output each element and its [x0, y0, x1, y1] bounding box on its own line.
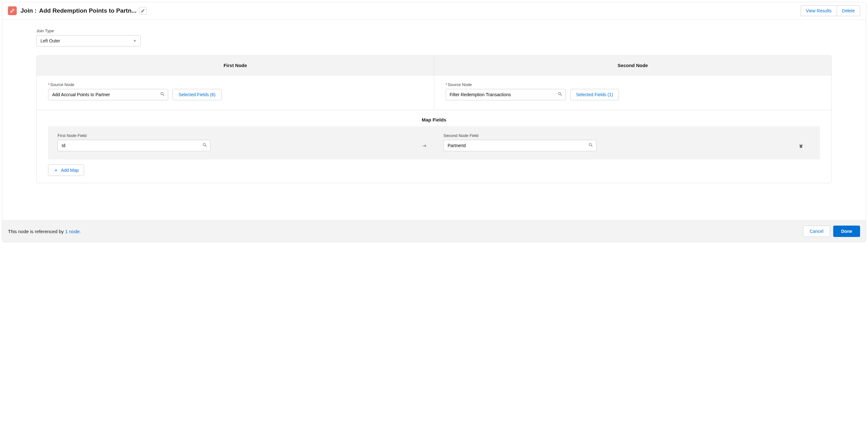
header-actions: View Results Delete	[801, 5, 860, 16]
join-type-value: Left Outer	[40, 38, 60, 44]
first-selected-fields-button[interactable]: Selected Fields (6)	[173, 89, 222, 100]
first-node-header: First Node	[37, 56, 434, 75]
join-type-select[interactable]: Left Outer ▼	[36, 35, 141, 47]
first-source-input[interactable]	[48, 89, 168, 100]
nodes-grid: First Node *Source Node Selected Fields …	[36, 55, 832, 183]
second-node-field-lookup[interactable]	[443, 140, 596, 151]
map-fields-title: Map Fields	[37, 110, 831, 126]
title-name: Add Redemption Points to Partn...	[39, 7, 136, 14]
map-row: First Node Field Second Node Field	[48, 126, 820, 160]
second-node-col: Second Node *Source Node Selected Fields…	[434, 56, 832, 110]
title-prefix: Join :	[21, 7, 37, 14]
chevron-down-icon: ▼	[133, 39, 136, 43]
first-source-label: *Source Node	[48, 82, 423, 87]
add-map-label: Add Map	[61, 168, 79, 173]
delete-map-button[interactable]	[792, 144, 810, 151]
content: Join Type Left Outer ▼ First Node *Sourc…	[2, 20, 866, 220]
reference-link[interactable]: 1 node.	[65, 229, 81, 234]
svg-line-2	[12, 10, 13, 11]
view-results-button[interactable]: View Results	[801, 5, 837, 16]
plus-icon: ＋	[54, 168, 59, 173]
header: Join : Add Redemption Points to Partn...…	[2, 2, 866, 20]
arrow-right-icon	[406, 143, 443, 151]
add-map-button[interactable]: ＋ Add Map	[48, 165, 84, 176]
second-node-field-input[interactable]	[443, 140, 596, 151]
join-type-label: Join Type	[36, 28, 832, 33]
first-node-col: First Node *Source Node Selected Fields …	[37, 56, 434, 110]
footer: This node is referenced by 1 node. Cance…	[2, 220, 866, 242]
first-node-field-label: First Node Field	[58, 133, 406, 138]
page-title: Join : Add Redemption Points to Partn...	[21, 7, 147, 15]
edit-title-button[interactable]	[139, 7, 147, 15]
done-button[interactable]: Done	[833, 226, 860, 237]
cancel-button[interactable]: Cancel	[803, 226, 830, 237]
second-selected-fields-button[interactable]: Selected Fields (1)	[570, 89, 619, 100]
trash-icon	[799, 144, 804, 149]
pencil-icon	[141, 8, 145, 13]
join-panel: Join : Add Redemption Points to Partn...…	[2, 2, 866, 242]
first-source-lookup[interactable]	[48, 89, 168, 100]
second-source-lookup[interactable]	[446, 89, 566, 100]
delete-button[interactable]: Delete	[837, 5, 860, 16]
first-node-field-lookup[interactable]	[58, 140, 211, 151]
first-node-field-input[interactable]	[58, 140, 211, 151]
second-node-field-label: Second Node Field	[443, 133, 792, 138]
second-node-header: Second Node	[434, 56, 832, 75]
join-icon	[8, 6, 17, 15]
second-source-input[interactable]	[446, 89, 566, 100]
reference-text: This node is referenced by 1 node.	[8, 229, 81, 234]
second-source-label: *Source Node	[446, 82, 820, 87]
